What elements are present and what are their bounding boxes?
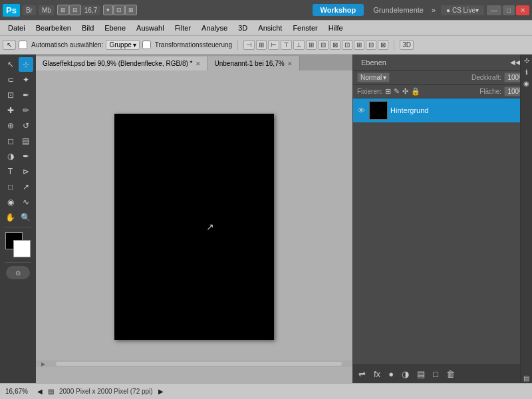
canvas-icon[interactable]: ⊡ [113, 5, 125, 15]
blur-tool[interactable]: ◉ [3, 195, 18, 209]
layout-icon-2[interactable]: ⊟ [69, 5, 81, 15]
right-icon-move[interactable]: ✣ [523, 56, 531, 66]
screen-icon[interactable]: ⊞ [125, 5, 137, 15]
quick-select-tool[interactable]: ✦ [19, 72, 33, 87]
fix-move-icon[interactable]: ✣ [402, 87, 408, 96]
menu-auswahl[interactable]: Auswahl [131, 23, 170, 33]
path-tool[interactable]: ⊳ [19, 164, 33, 179]
dist-icon-2[interactable]: ⊠ [330, 40, 340, 50]
menu-datei[interactable]: Datei [3, 23, 31, 33]
workshop-button[interactable]: Workshop [313, 4, 364, 16]
hand-tool[interactable]: ✋ [3, 210, 18, 225]
status-arrow-btn[interactable]: ◀ [37, 388, 43, 395]
dist-icon-4[interactable]: ⊞ [354, 40, 364, 50]
eyedropper-tool[interactable]: ✒ [19, 88, 33, 102]
layer-eye-hintergrund[interactable]: 👁 [356, 105, 366, 116]
dodge-tool[interactable]: ◑ [3, 149, 18, 164]
layers-panel: Normal ▾ Deckkraft: Fixieren: ⊞ ✎ ✣ 🔒 Fl… [353, 70, 532, 383]
zoom-dropdown[interactable]: ▾ [103, 5, 113, 15]
horizontal-scrollbar[interactable]: ▶ [36, 360, 352, 367]
direct-select-tool[interactable]: ↗ [19, 180, 33, 194]
more-arrow[interactable]: » [432, 6, 436, 14]
layer-group-btn[interactable]: ▤ [414, 368, 428, 380]
transform-checkbox[interactable] [142, 41, 151, 49]
delete-layer-btn[interactable]: 🗑 [444, 368, 458, 380]
crop-tool[interactable]: ⊡ [3, 88, 18, 102]
blend-mode-dropdown[interactable]: Normal ▾ [357, 72, 390, 82]
brush-tool[interactable]: ✏ [19, 103, 33, 118]
tab-glaseffekt[interactable]: Glaseffekt.psd bei 90,9% (Blendenflecke,… [36, 56, 208, 70]
dist-icon-5[interactable]: ⊟ [366, 40, 376, 50]
menu-ansicht[interactable]: Ansicht [253, 23, 287, 33]
close-button[interactable]: ✕ [516, 5, 529, 15]
dist-icon-1[interactable]: ⊟ [318, 40, 329, 50]
dist-icon-6[interactable]: ⊠ [378, 40, 388, 50]
grundelemente-button[interactable]: Grundelemente [368, 4, 429, 16]
screen-mode-button[interactable]: ⊙ [6, 266, 30, 279]
canvas-area: Glaseffekt.psd bei 90,9% (Blendenflecke,… [36, 55, 352, 383]
close-tab-unbenannt[interactable]: ✕ [287, 61, 293, 67]
panel-tab-ebenen[interactable]: Ebenen [356, 57, 392, 68]
group-dropdown[interactable]: Gruppe ▾ [106, 40, 139, 50]
menu-bearbeiten[interactable]: Bearbeiten [31, 23, 76, 33]
healing-tool[interactable]: ✚ [3, 103, 18, 118]
tab-unbenannt[interactable]: Unbenannt-1 bei 16,7% ✕ [208, 56, 300, 70]
fix-lock-icon[interactable]: 🔒 [411, 87, 420, 96]
align-top-icon[interactable]: ⊤ [281, 40, 292, 50]
select-tool[interactable]: ⊹ [19, 57, 33, 72]
align-left-icon[interactable]: ⊣ [243, 40, 255, 50]
layer-mask-btn[interactable]: ● [386, 368, 396, 380]
fix-position-icon[interactable]: ⊞ [385, 87, 391, 96]
menu-ebene[interactable]: Ebene [99, 23, 131, 33]
menu-hilfe[interactable]: Hilfe [323, 23, 348, 33]
gradient-tool[interactable]: ▤ [19, 134, 33, 148]
right-icon-layers[interactable]: ▤ [522, 373, 531, 383]
align-middle-icon[interactable]: ⊥ [293, 40, 305, 50]
background-color[interactable] [13, 240, 31, 257]
type-tool[interactable]: T [3, 164, 18, 179]
close-tab-glaseffekt[interactable]: ✕ [196, 61, 201, 67]
opacity-label: Deckkraft: [471, 74, 501, 81]
move-tool-options[interactable]: ↖ [3, 40, 16, 50]
menu-fenster[interactable]: Fenster [287, 23, 323, 33]
link-layers-btn[interactable]: ⇌ [356, 368, 368, 380]
maximize-button[interactable]: □ [503, 5, 515, 15]
3d-mode-icon[interactable]: 3D [400, 40, 414, 50]
bridge-button[interactable]: Br [23, 5, 36, 15]
move-tool[interactable]: ↖ [3, 57, 18, 72]
dist-icon-3[interactable]: ⊡ [342, 40, 352, 50]
layer-item-hintergrund[interactable]: 👁 Hintergrund 🔒 [353, 98, 532, 122]
layout-icon-1[interactable]: ⊞ [57, 5, 69, 15]
layer-style-btn[interactable]: fx [371, 368, 383, 380]
menu-3d[interactable]: 3D [233, 23, 253, 33]
adjustment-layer-btn[interactable]: ◑ [399, 368, 412, 380]
menu-bar: Datei Bearbeiten Bild Ebene Auswahl Filt… [0, 20, 532, 36]
right-icon-info[interactable]: ℹ [524, 67, 529, 77]
auto-select-checkbox[interactable] [19, 41, 27, 49]
minibr-button[interactable]: Mb [39, 5, 55, 15]
align-center-icon[interactable]: ⊞ [256, 40, 267, 50]
align-right-icon[interactable]: ⊢ [268, 40, 279, 50]
minimize-button[interactable]: — [487, 5, 501, 15]
fix-pixels-icon[interactable]: ✎ [394, 87, 400, 96]
menu-filter[interactable]: Filter [170, 23, 196, 33]
new-layer-btn[interactable]: □ [430, 368, 441, 380]
panel-collapse-btn[interactable]: ◀◀ [510, 59, 521, 66]
canvas[interactable]: ↗ [114, 114, 274, 340]
pen-tool[interactable]: ✒ [19, 149, 33, 164]
cs-live-button[interactable]: ● CS Live▾ [441, 5, 484, 15]
eraser-tool[interactable]: ◻ [3, 134, 18, 148]
lasso-tool[interactable]: ⊂ [3, 72, 18, 87]
status-histogram-icon[interactable]: ▤ [48, 388, 54, 395]
stamp-tool[interactable]: ⊕ [3, 118, 18, 133]
shape-tool[interactable]: □ [3, 180, 18, 194]
menu-analyse[interactable]: Analyse [196, 23, 233, 33]
history-brush-tool[interactable]: ↺ [19, 118, 33, 133]
align-bottom-icon[interactable]: ⊞ [306, 40, 317, 50]
zoom-tool[interactable]: 🔍 [19, 210, 33, 225]
color-box[interactable] [5, 232, 31, 257]
menu-bild[interactable]: Bild [76, 23, 99, 33]
smudge-tool[interactable]: ∿ [19, 195, 33, 209]
status-expand-btn[interactable]: ▶ [158, 388, 164, 395]
right-icon-color[interactable]: ◉ [522, 78, 531, 88]
